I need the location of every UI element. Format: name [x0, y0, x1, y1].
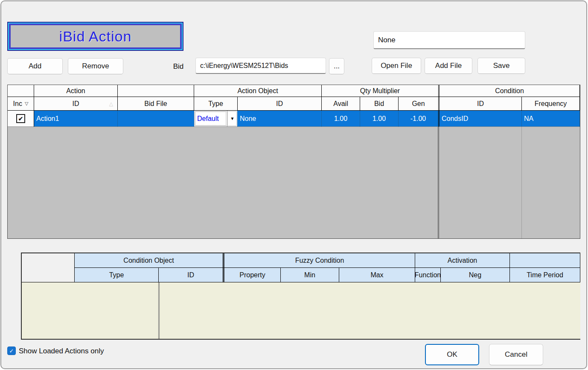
filter-triangle-icon[interactable]: ▽: [25, 101, 28, 106]
col-header-type[interactable]: Type: [194, 97, 238, 111]
remove-button[interactable]: Remove: [68, 58, 123, 74]
col-header-frequency[interactable]: Frequency: [522, 97, 580, 111]
dialog-title: iBid Action: [59, 28, 132, 45]
column-separator-line: [521, 127, 522, 238]
col-header-max: Max: [339, 268, 415, 282]
row-bid-file-cell[interactable]: [118, 111, 194, 127]
chevron-down-icon: ▼: [230, 116, 235, 121]
show-loaded-label: Show Loaded Actions only: [19, 347, 104, 355]
actions-table-empty-area[interactable]: [8, 127, 580, 238]
col-header-ao-id[interactable]: ID: [238, 97, 322, 111]
col-header-time-period: Time Period: [510, 268, 580, 282]
dialog-title-box: iBid Action: [7, 22, 183, 51]
col-header-cond-type: Type: [75, 268, 159, 282]
col-header-bid-file[interactable]: Bid File: [118, 97, 194, 111]
col-header-id-label: ID: [73, 100, 79, 108]
row-avail-cell[interactable]: 1.00: [322, 111, 360, 127]
combobox-dropdown-button[interactable]: ▼: [227, 111, 237, 126]
col-header-min: Min: [281, 268, 339, 282]
group-header-condition: Condition: [438, 85, 580, 97]
inc-checkbox[interactable]: ✔: [16, 114, 25, 123]
group-header-action: Action: [34, 85, 118, 97]
row-id-cell[interactable]: Action1: [34, 111, 118, 127]
row-gen-cell[interactable]: -1.00: [399, 111, 438, 127]
bid-label: Bid: [163, 62, 193, 71]
checkmark-icon: ✓: [9, 348, 14, 354]
add-file-button[interactable]: Add File: [425, 58, 472, 74]
group-header-condition-object: Condition Object: [75, 253, 223, 268]
condition-table-empty-column-header: [22, 253, 75, 282]
type-combobox-value[interactable]: Default: [195, 112, 226, 126]
col-header-inc[interactable]: Inc ▽: [8, 97, 34, 111]
col-header-avail[interactable]: Avail: [322, 97, 360, 111]
ibid-action-dialog: iBid Action Add Remove Bid ... Open File…: [0, 0, 587, 369]
col-header-bid[interactable]: Bid: [360, 97, 399, 111]
col-header-property: Property: [223, 268, 281, 282]
add-button[interactable]: Add: [7, 58, 63, 74]
open-file-button[interactable]: Open File: [372, 58, 421, 74]
col-header-neg: Neg: [441, 268, 510, 282]
file-name-input[interactable]: [373, 31, 525, 49]
column-separator-line: [438, 127, 439, 238]
group-header-action-object: Action Object: [194, 85, 322, 97]
col-header-function: Function: [415, 268, 441, 282]
bid-path-input[interactable]: [195, 58, 326, 74]
row-bid-cell[interactable]: 1.00: [360, 111, 399, 127]
column-separator-line: [158, 282, 160, 339]
row-type-cell[interactable]: Default ▼: [194, 111, 238, 127]
col-header-cond-id2: ID: [159, 268, 223, 282]
col-header-inc-label: Inc: [13, 100, 22, 108]
group-header-qty-multiplier: Qty Multiplier: [322, 85, 438, 97]
ok-button[interactable]: OK: [425, 344, 479, 365]
col-header-cond-id[interactable]: ID: [438, 97, 522, 111]
col-header-id[interactable]: ID △: [34, 97, 118, 111]
condition-table: Condition Object Fuzzy Condition Activat…: [21, 253, 580, 340]
browse-button[interactable]: ...: [329, 58, 344, 74]
sort-indicator-icon: △: [109, 101, 113, 107]
row-ao-id-cell[interactable]: None: [238, 111, 322, 127]
row-cond-id-cell[interactable]: CondsID: [438, 111, 522, 127]
actions-table: Action Action Object Qty Multiplier Cond…: [7, 85, 580, 239]
condition-table-empty-area[interactable]: [22, 282, 580, 339]
row-frequency-cell[interactable]: NA: [522, 111, 580, 127]
group-header-fuzzy-condition: Fuzzy Condition: [223, 253, 415, 268]
group-header-blank-inc: [8, 85, 34, 97]
group-header-activation: Activation: [415, 253, 510, 268]
save-button[interactable]: Save: [477, 58, 525, 74]
type-combobox[interactable]: Default ▼: [194, 111, 237, 126]
group-header-blank-time-period: [510, 253, 580, 268]
group-header-blank-bidfile: [118, 85, 194, 97]
checkmark-icon: ✔: [18, 115, 23, 123]
cancel-button[interactable]: Cancel: [489, 344, 543, 365]
row-inc-cell[interactable]: ✔: [8, 111, 34, 127]
show-loaded-checkbox[interactable]: ✓: [7, 347, 16, 355]
col-header-gen[interactable]: Gen: [399, 97, 438, 111]
